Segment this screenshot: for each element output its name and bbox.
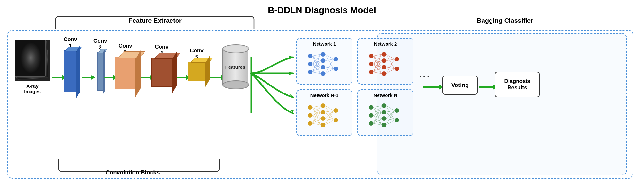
svg-point-5 bbox=[308, 54, 312, 58]
diagram-container: B-DDLN Diagnosis Model Feature Extractor… bbox=[7, 5, 637, 182]
svg-marker-1 bbox=[289, 71, 293, 75]
svg-point-34 bbox=[369, 54, 373, 58]
xray-image bbox=[15, 40, 50, 81]
diagram-title: B-DDLN Diagnosis Model bbox=[268, 5, 376, 15]
svg-point-97 bbox=[382, 116, 386, 121]
network2-svg bbox=[366, 48, 405, 80]
diagnosis-label: DiagnosisResults bbox=[504, 78, 530, 91]
network1-box: Network 1 bbox=[296, 38, 352, 85]
svg-point-10 bbox=[321, 65, 325, 69]
svg-point-67 bbox=[321, 110, 325, 114]
networkN1-svg bbox=[305, 99, 344, 131]
xray-block: X-rayImages bbox=[13, 40, 52, 104]
network1-svg bbox=[305, 48, 344, 80]
svg-point-11 bbox=[321, 71, 325, 76]
features-block: Features bbox=[222, 48, 248, 86]
main-content: Feature Extractor Bagging Classifier X-r… bbox=[7, 19, 637, 182]
features-cylinder: Features bbox=[222, 48, 248, 86]
svg-point-96 bbox=[382, 110, 386, 114]
svg-point-35 bbox=[369, 62, 373, 66]
svg-point-6 bbox=[308, 62, 312, 66]
svg-point-92 bbox=[369, 105, 373, 110]
conv4-block: Conv4 bbox=[151, 44, 172, 87]
svg-point-66 bbox=[321, 103, 325, 108]
bagging-classifier-label: Bagging Classifier bbox=[380, 17, 630, 24]
svg-point-65 bbox=[308, 121, 312, 126]
svg-point-42 bbox=[395, 67, 399, 71]
svg-point-63 bbox=[308, 105, 312, 110]
svg-line-51 bbox=[373, 54, 382, 72]
network2-label: Network 2 bbox=[374, 41, 397, 47]
svg-point-12 bbox=[334, 57, 338, 61]
svg-point-8 bbox=[321, 52, 325, 57]
svg-point-95 bbox=[382, 103, 386, 108]
svg-point-38 bbox=[382, 58, 386, 63]
svg-point-93 bbox=[369, 113, 373, 118]
svg-point-64 bbox=[308, 113, 312, 118]
svg-point-70 bbox=[334, 108, 338, 113]
svg-point-37 bbox=[382, 52, 386, 57]
voting-box: Voting bbox=[442, 76, 478, 95]
networkN-box: Network N bbox=[357, 89, 413, 136]
svg-point-71 bbox=[334, 118, 338, 122]
conv4-shape bbox=[151, 58, 172, 87]
conv3-shape bbox=[115, 57, 136, 89]
svg-point-39 bbox=[382, 65, 386, 69]
svg-point-100 bbox=[395, 118, 399, 122]
networkN1-label: Network N-1 bbox=[310, 93, 339, 98]
svg-line-104 bbox=[373, 107, 382, 125]
svg-point-99 bbox=[395, 108, 399, 113]
svg-point-69 bbox=[321, 123, 325, 127]
dots-ellipsis: ... bbox=[419, 68, 431, 79]
svg-point-36 bbox=[369, 70, 373, 74]
svg-point-13 bbox=[334, 67, 338, 71]
networkN-label: Network N bbox=[373, 93, 397, 98]
convolution-blocks-label: Convolution Blocks bbox=[52, 169, 213, 176]
diagnosis-box: DiagnosisResults bbox=[495, 72, 540, 97]
network1-label: Network 1 bbox=[313, 41, 336, 47]
conv5-block: Conv5 bbox=[188, 48, 205, 81]
svg-line-46 bbox=[373, 56, 382, 74]
conv2-shape bbox=[97, 52, 103, 91]
conv5-shape bbox=[188, 62, 205, 81]
networkN-svg bbox=[366, 99, 405, 131]
svg-point-7 bbox=[308, 70, 312, 74]
conv1-block: Conv1 bbox=[64, 36, 77, 92]
features-label: Features bbox=[225, 64, 246, 70]
svg-line-109 bbox=[373, 106, 382, 123]
feature-extractor-label: Feature Extractor bbox=[52, 17, 258, 24]
svg-line-80 bbox=[312, 106, 321, 123]
svg-point-98 bbox=[382, 123, 386, 127]
svg-line-17 bbox=[312, 56, 321, 74]
svg-point-68 bbox=[321, 116, 325, 121]
network2-box: Network 2 bbox=[357, 38, 413, 85]
conv2-block: Conv2 bbox=[93, 38, 107, 91]
arrow-bagging-voting bbox=[423, 85, 444, 90]
svg-line-22 bbox=[312, 54, 321, 72]
svg-line-75 bbox=[312, 107, 321, 125]
svg-marker-0 bbox=[289, 55, 293, 59]
bagging-inner-box bbox=[377, 33, 627, 175]
conv3-block: Conv3 bbox=[115, 43, 136, 89]
voting-label: Voting bbox=[451, 82, 469, 89]
networkN1-box: Network N-1 bbox=[296, 89, 352, 136]
svg-point-9 bbox=[321, 58, 325, 63]
svg-point-40 bbox=[382, 71, 386, 76]
svg-point-41 bbox=[395, 57, 399, 61]
xray-label: X-rayImages bbox=[24, 83, 41, 94]
conv1-shape bbox=[64, 50, 77, 92]
svg-point-94 bbox=[369, 121, 373, 126]
